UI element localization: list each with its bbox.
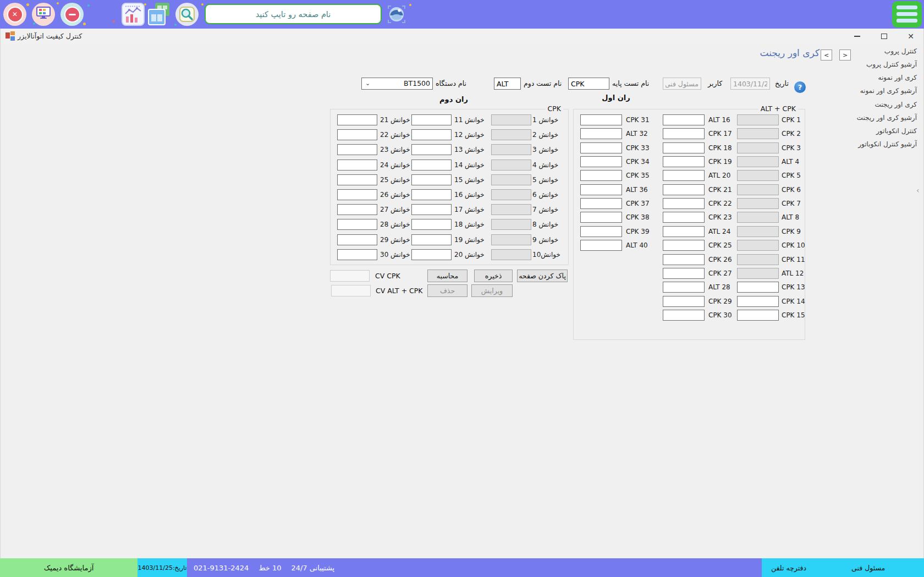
device-select[interactable]: BT1500 ⌄ [361, 78, 433, 90]
sidebar-item-archive-carryover-sample[interactable]: آرشیو کری اور نمونه [860, 87, 917, 95]
app-minimize-button[interactable] [61, 3, 84, 26]
run1-input-ATL 24[interactable] [663, 226, 705, 237]
run1-input-CPK 18[interactable] [663, 142, 705, 153]
nav-prev-button[interactable]: < [821, 50, 832, 61]
run2-input-خوانش 29[interactable] [337, 234, 377, 245]
run2-input-خوانش 30[interactable] [337, 249, 377, 260]
nav-next-button[interactable]: > [839, 50, 851, 61]
run1-input-CPK 22[interactable] [663, 198, 705, 209]
run1-input-CPK 23[interactable] [663, 212, 705, 223]
page-search-input[interactable] [205, 4, 382, 24]
window-maximize-button[interactable] [875, 29, 893, 44]
run1-input-CPK 15[interactable] [737, 310, 779, 321]
run2-row-label: خوانش 19 [454, 234, 485, 245]
run1-input-ALT 32[interactable] [580, 128, 622, 139]
screen-button[interactable] [32, 3, 55, 26]
window-minimize-icon [854, 36, 860, 37]
chevron-right-icon: > [843, 52, 848, 59]
app-close-button[interactable]: ✕ [3, 3, 26, 26]
run2-row-label: خوانش 24 [380, 160, 410, 171]
run1-input-CPK 33[interactable] [580, 142, 622, 153]
run1-input-CPK 17[interactable] [663, 128, 705, 139]
second-test-label: نام تست دوم [524, 78, 562, 90]
run2-input-خوانش 22[interactable] [337, 129, 377, 140]
support-247-label: پشتیبانی 24/7 [291, 564, 334, 572]
run1-input-CPK 2 [737, 128, 779, 139]
run2-input-خوانش 20[interactable] [411, 249, 452, 260]
sidebar-item-carryover-reagent[interactable]: کری اور ریجنت [875, 101, 917, 108]
zoom-button[interactable] [175, 2, 199, 29]
run1-input-ALT 28[interactable] [663, 282, 705, 293]
sidebar-item-control-incubator[interactable]: کنترل انکوباتور [876, 127, 917, 135]
run2-input-خوانش 11[interactable] [411, 114, 452, 125]
save-button[interactable]: ذخیره [474, 270, 513, 282]
calculate-button[interactable]: محاسبه [427, 270, 468, 282]
run2-input-خوانش 14[interactable] [411, 160, 452, 171]
run2-input-خوانش 18[interactable] [411, 219, 452, 230]
run2-input-خوانش 16[interactable] [411, 189, 452, 200]
run1-input-CPK 30[interactable] [663, 310, 705, 321]
run1-input-CPK 37[interactable] [580, 198, 622, 209]
second-test-field[interactable] [494, 78, 521, 90]
windows-button[interactable] [147, 2, 172, 29]
run2-input-خوانش 19[interactable] [411, 234, 452, 245]
run2-input-خوانش 21[interactable] [337, 114, 377, 125]
run2-row-label: خوانش 15 [454, 174, 485, 185]
sidebar-item-carryover-sample[interactable]: کری اور نمونه [878, 74, 917, 81]
hamburger-menu-button[interactable] [892, 1, 922, 28]
run1-row-label: CPK 33 [626, 142, 650, 153]
window-minimize-button[interactable] [848, 29, 866, 44]
run1-input-ALT 36[interactable] [580, 184, 622, 195]
sidebar-item-archive-control-probe[interactable]: آرشیو کنترل پروب [866, 61, 917, 68]
launcher-toolbar: ✕ [0, 0, 924, 29]
run1-row-label: CPK 7 [782, 198, 801, 209]
run1-row-label: CPK 34 [626, 156, 650, 167]
chart-icon [122, 18, 145, 28]
run2-input-خوانش 27[interactable] [337, 204, 377, 215]
run1-input-CPK 27[interactable] [663, 268, 705, 279]
run1-input-CPK 31[interactable] [580, 114, 622, 125]
clear-page-button[interactable]: پاک کردن صفحه [517, 270, 568, 282]
help-button[interactable]: ? [794, 81, 806, 93]
run1-input-ALT 40[interactable] [580, 240, 622, 251]
run1-input-CPK 38[interactable] [580, 212, 622, 223]
run1-row-label: CPK 13 [782, 282, 805, 293]
run1-input-CPK 39[interactable] [580, 226, 622, 237]
run1-input-CPK 34[interactable] [580, 156, 622, 167]
run2-input-خوانش 17[interactable] [411, 204, 452, 215]
run1-input-CPK 26[interactable] [663, 254, 705, 265]
eye-button[interactable] [386, 4, 407, 27]
run2-input-خوانش 23[interactable] [337, 144, 377, 155]
close-icon: ✕ [7, 7, 23, 23]
run2-input-خوانش 15[interactable] [411, 174, 452, 185]
run2-input-خوانش 24[interactable] [337, 160, 377, 171]
run1-input-CPK 19[interactable] [663, 156, 705, 167]
run1-input-ATL 20[interactable] [663, 170, 705, 181]
sidebar-collapse-icon[interactable]: ‹ [916, 186, 920, 195]
run1-input-CPK 35[interactable] [580, 170, 622, 181]
base-test-field[interactable] [568, 78, 609, 90]
sidebar-item-archive-carryover-reagent[interactable]: آرشیو کری اور ریجنت [857, 114, 917, 122]
run2-input-خوانش 25[interactable] [337, 174, 377, 185]
run2-input-خوانش 6 [491, 189, 531, 200]
run1-input-CPK 25[interactable] [663, 240, 705, 251]
run2-input-خوانش 12[interactable] [411, 129, 452, 140]
run2-row-label: خوانش 18 [454, 219, 485, 230]
run2-input-خوانش 28[interactable] [337, 219, 377, 230]
phonebook-button[interactable]: دفترچه تلفن [771, 558, 806, 577]
sidebar-item-control-probe[interactable]: کنترل پروب [884, 47, 917, 55]
run1-input-ALT 16[interactable] [663, 114, 705, 125]
sidebar-item-archive-control-incubator[interactable]: آرشیو کنترل انکوباتور [858, 140, 917, 148]
run2-row-label: خوانش 25 [380, 174, 410, 185]
run1-input-CPK 13[interactable] [737, 282, 779, 293]
run2-input-خوانش 2 [491, 129, 531, 140]
run1-input-CPK 14[interactable] [737, 296, 779, 307]
run2-input-خوانش 26[interactable] [337, 189, 377, 200]
chart-button[interactable] [122, 3, 145, 28]
run1-input-CPK 11 [737, 254, 779, 265]
run1-input-CPK 29[interactable] [663, 296, 705, 307]
run1-input-CPK 21[interactable] [663, 184, 705, 195]
run2-input-خوانش 13[interactable] [411, 144, 452, 155]
run1-row-label: CPK 26 [708, 254, 732, 265]
window-close-button[interactable]: ✕ [901, 29, 920, 44]
